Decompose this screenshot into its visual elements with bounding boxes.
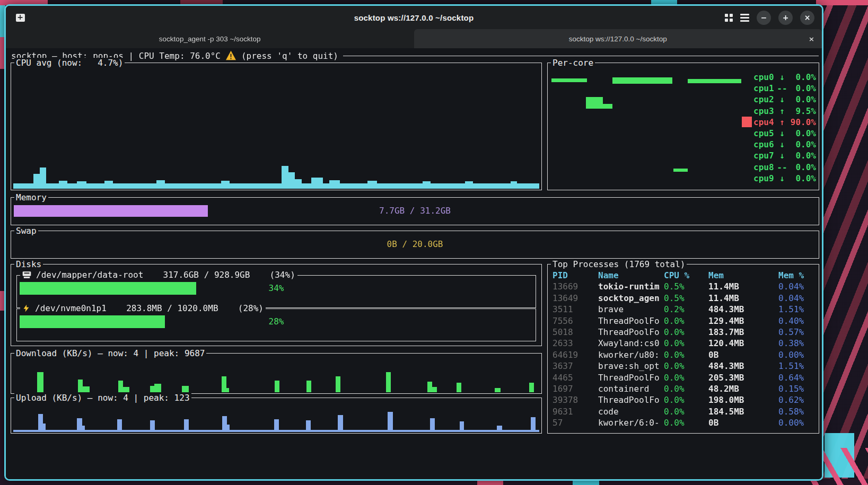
process-column-header: Mem % <box>778 270 817 281</box>
disks-panel: Disks /dev/mapper/data-root 317.6GB / 92… <box>11 264 542 346</box>
chart-bar <box>427 382 432 392</box>
window-controls: − + × <box>725 6 814 29</box>
process-cell-name: ThreadPoolFo <box>598 315 664 327</box>
process-column-header: Mem <box>708 270 778 281</box>
process-cell-mem: 205.3MB <box>708 372 778 383</box>
process-cell-cpu: 0.2% <box>664 304 708 315</box>
process-cell-memp: 0.04% <box>778 281 817 292</box>
disk-nvme: /dev/nvme0n1p1 283.8MB / 1020.0MB (28%) … <box>16 308 536 341</box>
chart-bar <box>117 419 122 432</box>
process-column-header: CPU % <box>664 270 708 281</box>
chart-bar <box>511 181 517 189</box>
process-cell-mem: 11.4MB <box>708 293 778 304</box>
process-cell-pid: 3637 <box>553 360 598 372</box>
per-core-row: cpu6↓0.0% <box>737 139 816 150</box>
process-cell-name: socktop_agen <box>598 293 664 304</box>
chart-bar <box>336 376 340 392</box>
new-tab-button[interactable] <box>14 12 26 23</box>
hamburger-menu-icon[interactable] <box>740 14 749 22</box>
process-cell-name: tokio-runtim <box>598 281 664 292</box>
process-cell-mem: 484.3MB <box>708 360 778 372</box>
core-name: cpu1 <box>753 83 776 93</box>
chart-baseline <box>13 183 539 189</box>
process-cell-memp: 0.00% <box>778 349 817 360</box>
core-name: cpu5 <box>753 128 776 138</box>
disk-bar-label: 28% <box>17 316 536 327</box>
close-button[interactable]: × <box>800 11 814 25</box>
core-val: 0.0% <box>788 173 816 183</box>
chart-bar <box>182 386 189 392</box>
tab-socktop-agent[interactable]: socktop_agent -p 303 ~/socktop <box>6 29 414 48</box>
app-header: socktop — host: pop-os | CPU Temp: 76.0°… <box>11 51 819 61</box>
terminal-window: socktop ws://127.0.0 ~/socktop − + × soc… <box>4 4 823 481</box>
per-core-segment <box>551 78 587 82</box>
core-val: 0.0% <box>788 151 816 161</box>
disk-name: /dev/nvme0n1p1 <box>35 303 107 313</box>
core-val: 9.5% <box>788 106 816 116</box>
top-processes-title: Top Processes (1769 total) <box>551 259 687 269</box>
chart-bar <box>82 426 85 432</box>
core-val: 90.0% <box>788 117 816 127</box>
core-name: cpu0 <box>753 72 776 82</box>
minimize-button[interactable]: − <box>757 11 771 25</box>
disk-drive-icon <box>22 271 31 279</box>
chart-bar <box>367 181 377 189</box>
per-core-segment <box>586 97 603 109</box>
chart-bar <box>311 178 323 189</box>
tab-close-icon[interactable]: × <box>809 35 814 43</box>
chart-bar <box>222 376 226 392</box>
process-cell-name: ThreadPoolFo <box>598 372 664 383</box>
process-cell-memp: 0.57% <box>778 327 817 338</box>
process-cell-cpu: 0.0% <box>664 315 708 327</box>
tab-bar: socktop_agent -p 303 ~/socktop socktop w… <box>6 29 822 48</box>
process-cell-cpu: 0.0% <box>664 349 708 360</box>
core-arrow: ↑ <box>776 106 788 116</box>
chart-bar <box>329 180 340 189</box>
disk-usage: 283.8MB / 1020.0MB <box>126 303 218 313</box>
process-cell-name: containerd <box>598 383 664 394</box>
process-cell-pid: 39378 <box>553 394 598 405</box>
layout-grid-icon[interactable] <box>725 14 733 22</box>
per-core-title: Per-core <box>551 58 595 68</box>
process-cell-cpu: 0.0% <box>664 360 708 372</box>
chart-bar <box>460 421 464 432</box>
tab-socktop-client[interactable]: socktop ws://127.0.0 ~/socktop × <box>414 29 822 48</box>
swap-panel: Swap 0B / 20.0GB <box>11 231 819 259</box>
tab-label: socktop_agent -p 303 ~/socktop <box>159 35 261 43</box>
chart-bar <box>423 181 431 189</box>
maximize-button[interactable]: + <box>778 11 793 25</box>
chart-bar <box>274 419 279 432</box>
wallpaper-stripes-right <box>818 0 868 485</box>
disk-name: /dev/mapper/data-root <box>36 270 143 280</box>
chart-bar <box>59 181 67 189</box>
chart-bar <box>227 425 230 432</box>
chart-bar <box>83 386 90 392</box>
chart-bar <box>184 419 189 432</box>
chart-bar <box>222 416 227 432</box>
warning-icon <box>225 50 236 60</box>
memory-usage-label: 7.7GB / 31.2GB <box>11 206 819 216</box>
memory-title: Memory <box>14 192 48 202</box>
chart-bar <box>37 372 43 392</box>
chart-bar <box>531 417 536 432</box>
chart-bar <box>156 180 165 189</box>
chart-bar <box>457 383 461 392</box>
chart-bar <box>495 388 501 392</box>
per-core-row: cpu0↓0.0% <box>737 72 816 83</box>
process-cell-memp: 0.64% <box>778 372 817 383</box>
process-cell-name: ThreadPoolFo <box>598 394 664 405</box>
core-arrow: ↓ <box>776 151 788 161</box>
core-arrow: ↓ <box>776 139 788 149</box>
memory-panel: Memory 7.7GB / 31.2GB <box>11 197 819 225</box>
chart-bar <box>40 167 46 189</box>
cpu-avg-panel: CPU avg (now: 4.7%) <box>11 63 542 190</box>
upload-panel: Upload (KB/s) — now: 4 | peak: 123 <box>11 398 542 434</box>
core-arrow: ↑ <box>776 117 788 127</box>
new-tab-icon <box>16 14 25 22</box>
process-cell-mem: 184.5MB <box>708 406 778 417</box>
process-cell-pid: 2633 <box>553 338 598 349</box>
top-processes-panel: Top Processes (1769 total) PIDNameCPU %M… <box>547 264 819 434</box>
per-core-segment <box>612 77 672 84</box>
cpu-avg-chart <box>13 65 539 189</box>
per-core-segment <box>603 104 612 109</box>
